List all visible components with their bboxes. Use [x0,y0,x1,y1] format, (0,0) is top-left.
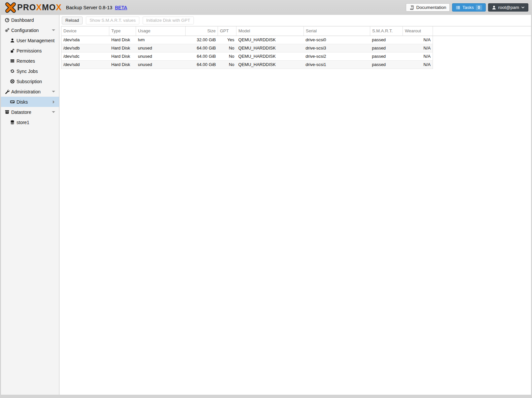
table-row-sdd[interactable]: /dev/sdd Hard Disk unused 64.00 GiB No Q… [61,61,433,69]
cell-model: QEMU_HARDDISK [236,36,304,44]
sidebar-item-datastore[interactable]: Datastore [1,107,59,117]
beta-link[interactable]: BETA [115,5,127,10]
cell-smart: passed [370,52,403,60]
database-icon [10,120,15,125]
hdd-icon [10,99,15,105]
cell-serial: drive-scsi0 [303,36,370,44]
sidebar-item-permissions[interactable]: Permissions [1,46,59,56]
archive-icon [5,110,10,115]
gears-icon [5,28,10,33]
wrench-icon [5,89,10,94]
documentation-button[interactable]: Documentation [406,3,450,12]
cell-serial: drive-scsi2 [303,52,370,60]
cell-device: /dev/sdb [61,44,109,52]
sidebar-item-sync-jobs[interactable]: Sync Jobs [1,66,59,76]
cell-type: Hard Disk [109,36,136,44]
column-header-gpt[interactable]: GPT [218,26,236,36]
content-frame: Dashboard Configuration User Management [0,15,532,398]
cell-size: 64.00 GiB [186,61,218,69]
app-title: Backup Server 0.8-13 [66,5,112,10]
cell-type: Hard Disk [109,44,136,52]
life-ring-icon [10,79,15,84]
sidebar-item-store1[interactable]: store1 [1,117,59,127]
collapse-arrow-icon[interactable] [52,111,55,113]
column-header-size[interactable]: Size [186,26,218,36]
header-actions: Documentation Tasks 0 root@pam [406,3,528,12]
column-header-device[interactable]: Device [61,26,109,36]
proxmox-x-icon [5,2,17,13]
cell-smart: passed [370,36,403,44]
cell-gpt: No [218,61,236,69]
refresh-icon [10,69,15,74]
table-row-sda[interactable]: /dev/sda Hard Disk lvm 32.00 GiB Yes QEM… [61,36,433,44]
column-header-spacer [433,26,531,36]
cell-type: Hard Disk [109,61,136,69]
cell-serial: drive-scsi3 [303,44,370,52]
user-icon [10,38,15,43]
column-header-smart[interactable]: S.M.A.R.T. [370,26,403,36]
proxmox-wordmark: PROXMOX [17,3,62,12]
cell-model: QEMU_HARDDISK [236,44,304,52]
chevron-down-icon [521,6,525,9]
cell-device: /dev/sda [61,36,109,44]
table-body: /dev/sda Hard Disk lvm 32.00 GiB Yes QEM… [61,36,433,69]
column-header-usage[interactable]: Usage [136,26,186,36]
cell-wearout: N/A [403,61,433,69]
cell-type: Hard Disk [109,52,136,60]
disks-panel: Reload Show S.M.A.R.T. values Initialize… [59,15,531,395]
sidebar-item-user-management[interactable]: User Management [1,35,59,46]
cell-wearout: N/A [403,36,433,44]
collapse-arrow-icon[interactable] [52,29,55,31]
top-header-bar: PROXMOX Backup Server 0.8-13 BETA Docume… [0,0,532,15]
cell-smart: passed [370,61,403,69]
cell-model: QEMU_HARDDISK [236,61,304,69]
cell-wearout: N/A [403,44,433,52]
cell-device: /dev/sdc [61,52,109,60]
task-list-icon [456,5,460,10]
proxmox-backup-server-app: PROXMOX Backup Server 0.8-13 BETA Docume… [0,0,532,398]
cell-gpt: No [218,52,236,60]
cell-size: 64.00 GiB [186,52,218,60]
tasks-button[interactable]: Tasks 0 [452,3,485,12]
sidebar-item-administration[interactable]: Administration [1,86,59,97]
sidebar-item-remotes[interactable]: Remotes [1,56,59,66]
list-icon [10,58,15,64]
table-header-row: Device Type Usage Size GPT Model Serial … [61,26,531,36]
sidebar-item-disks[interactable]: Disks [1,97,59,107]
expand-arrow-icon[interactable] [53,100,54,104]
initialize-disk-gpt-button[interactable]: Initialize Disk with GPT [143,17,194,24]
table-row-sdc[interactable]: /dev/sdc Hard Disk unused 64.00 GiB No Q… [61,52,433,61]
proxmox-logo: PROXMOX [5,2,62,13]
cell-usage: lvm [136,36,186,44]
column-header-wearout[interactable]: Wearout [403,26,433,36]
cell-model: QEMU_HARDDISK [236,52,304,60]
cell-usage: unused [136,61,186,69]
book-icon [409,5,414,10]
table-row-sdb[interactable]: /dev/sdb Hard Disk unused 64.00 GiB No Q… [61,44,433,52]
sidebar-item-dashboard[interactable]: Dashboard [1,15,59,25]
cell-device: /dev/sdd [61,61,109,69]
user-icon [492,5,496,10]
user-menu-button[interactable]: root@pam [488,3,528,12]
cell-serial: drive-scsi1 [303,61,370,69]
tasks-count-badge: 0 [476,5,482,10]
collapse-arrow-icon[interactable] [52,91,55,92]
cell-smart: passed [370,44,403,52]
navigation-sidebar: Dashboard Configuration User Management [1,15,59,395]
show-smart-values-button[interactable]: Show S.M.A.R.T. values [86,17,139,24]
cell-gpt: No [218,44,236,52]
sidebar-item-configuration[interactable]: Configuration [1,25,59,35]
column-header-type[interactable]: Type [109,26,136,36]
unlock-icon [10,48,15,53]
disks-toolbar: Reload Show S.M.A.R.T. values Initialize… [59,15,531,26]
cell-size: 64.00 GiB [186,44,218,52]
cell-gpt: Yes [218,36,236,44]
cell-usage: unused [136,44,186,52]
cell-usage: unused [136,52,186,60]
reload-button[interactable]: Reload [62,17,83,24]
column-header-serial[interactable]: Serial [304,26,370,36]
column-header-model[interactable]: Model [236,26,304,36]
dashboard-icon [5,17,10,23]
disks-table: Device Type Usage Size GPT Model Serial … [61,26,531,69]
sidebar-item-subscription[interactable]: Subscription [1,76,59,86]
